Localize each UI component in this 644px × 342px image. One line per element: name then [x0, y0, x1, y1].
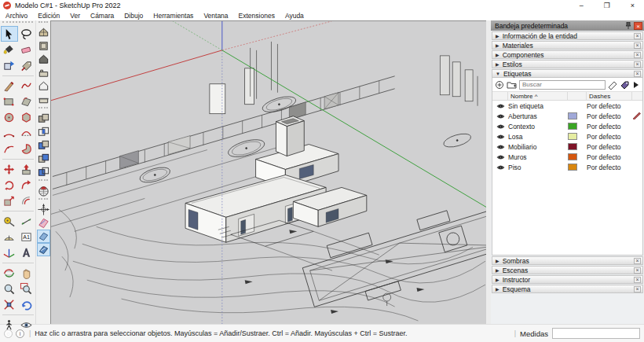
zoom-window-tool-icon[interactable] [18, 281, 35, 296]
section-etiquetas[interactable]: ▼ Etiquetas × [492, 69, 643, 78]
tag-row-losa[interactable]: LosaPor defecto [492, 131, 642, 142]
close-button[interactable]: × [631, 1, 635, 10]
credits-icon[interactable]: i [16, 329, 24, 338]
menu-dibujo[interactable]: Dibujo [124, 12, 143, 20]
tag-dashes-value[interactable]: Por defecto [587, 112, 632, 120]
toolbar-drag-handle[interactable] [38, 21, 48, 25]
toolbar-drag-handle[interactable] [38, 179, 48, 183]
menu-camara[interactable]: Cámara [90, 12, 114, 20]
freehand-tool-icon[interactable] [18, 78, 35, 94]
paint-bucket-tool-icon[interactable] [1, 42, 18, 57]
view-left-icon[interactable] [37, 79, 50, 93]
tag-dashes-value[interactable]: Por defecto [587, 153, 632, 161]
pan-tool-icon[interactable] [18, 265, 35, 281]
visibility-eye-icon[interactable] [492, 164, 508, 171]
tape-measure-tool-icon[interactable] [1, 213, 18, 229]
section-close-icon[interactable]: × [634, 286, 641, 292]
text-tool-icon[interactable]: A1 [18, 229, 35, 245]
section-estilos[interactable]: ▶Estilos× [492, 60, 643, 68]
circle-tool-icon[interactable] [1, 109, 18, 125]
section-plane-icon[interactable] [37, 216, 50, 230]
solid-union-icon[interactable] [37, 138, 50, 152]
eraser-tool-icon[interactable] [18, 42, 35, 57]
pie-tool-icon[interactable] [18, 141, 35, 156]
tag-name[interactable]: Aberturas [508, 112, 568, 120]
three-d-text-tool-icon[interactable] [18, 245, 35, 260]
tag-tool-icon[interactable] [18, 57, 35, 73]
protractor-tool-icon[interactable] [1, 229, 18, 245]
geolocate-icon[interactable]: ◌ [4, 329, 13, 338]
scale-tool-icon[interactable] [1, 193, 18, 208]
tag-row-muros[interactable]: MurosPor defecto [492, 152, 642, 162]
active-tag-pencil-icon[interactable] [632, 111, 642, 121]
tag-name[interactable]: Sin etiqueta [508, 102, 568, 110]
maximize-button[interactable]: ❐ [604, 1, 610, 10]
toolbar-drag-handle[interactable] [38, 107, 48, 111]
tag-color-swatch[interactable] [568, 133, 587, 140]
display-section-planes-icon[interactable] [37, 230, 50, 243]
rectangle-tool-icon[interactable] [1, 94, 18, 109]
section-componentes[interactable]: ▶Componentes× [492, 50, 643, 59]
select-tool-icon[interactable] [1, 26, 18, 42]
solid-outer-shell-icon[interactable] [37, 112, 50, 125]
add-tag-icon[interactable] [495, 80, 504, 90]
tag-row-aberturas[interactable]: AberturasPor defecto [492, 111, 642, 121]
section-close-icon[interactable]: × [634, 71, 641, 77]
dimension-tool-icon[interactable] [18, 213, 35, 229]
pin-icon[interactable] [625, 22, 631, 29]
section-informacion-de-la-entidad[interactable]: ▶Información de la entidad× [492, 31, 643, 40]
visibility-eye-icon[interactable] [492, 154, 508, 160]
follow-me-tool-icon[interactable] [18, 177, 35, 193]
toolbar-drag-handle[interactable] [38, 198, 48, 202]
tag-row-contexto[interactable]: ContextoPor defecto [492, 121, 642, 131]
tag-name[interactable]: Contexto [508, 123, 568, 131]
solid-intersect-icon[interactable] [37, 125, 50, 138]
tag-color-swatch[interactable] [568, 123, 587, 130]
display-section-cuts-icon[interactable] [37, 243, 50, 256]
measurements-input[interactable] [552, 328, 640, 339]
section-close-icon[interactable]: × [634, 52, 641, 58]
visibility-eye-icon[interactable] [492, 113, 508, 120]
pencil-eraser-icon[interactable] [608, 80, 618, 90]
section-close-icon[interactable]: × [634, 33, 641, 39]
lasso-select-tool-icon[interactable] [18, 26, 35, 42]
tag-color-swatch[interactable] [568, 112, 587, 120]
tag-color-swatch[interactable] [568, 164, 587, 171]
model-canvas[interactable] [51, 21, 486, 324]
view-top-icon[interactable] [37, 39, 50, 53]
rotate-tool-icon[interactable] [1, 177, 18, 193]
offset-tool-icon[interactable] [18, 193, 35, 208]
polygon-tool-icon[interactable] [18, 109, 35, 125]
visibility-eye-icon[interactable] [492, 144, 508, 150]
section-materiales[interactable]: ▶Materiales× [492, 41, 643, 50]
tag-search-input[interactable] [519, 80, 606, 90]
tag-dashes-value[interactable]: Por defecto [587, 133, 632, 141]
color-by-tag-icon[interactable] [620, 80, 630, 90]
solid-subtract-icon[interactable] [37, 152, 50, 165]
tag-color-swatch[interactable] [568, 153, 587, 160]
tag-row-mobiliario[interactable]: MobiliarioPor defecto [492, 142, 642, 152]
add-tag-folder-icon[interactable] [507, 80, 517, 90]
minimize-button[interactable]: – [580, 1, 584, 10]
add-location-icon[interactable] [37, 184, 50, 197]
tag-dashes-value[interactable]: Por defecto [587, 102, 632, 110]
section-esquema[interactable]: ▶Esquema× [492, 285, 643, 293]
tray-close-icon[interactable]: × [634, 22, 642, 30]
tag-name[interactable]: Muros [508, 153, 568, 161]
two-point-arc-tool-icon[interactable] [18, 125, 35, 141]
tag-row-piso[interactable]: PisoPor defecto [492, 162, 642, 172]
view-front-icon[interactable] [37, 53, 50, 66]
menu-herramientas[interactable]: Herramientas [153, 12, 193, 20]
tag-row-sin-etiqueta[interactable]: Sin etiquetaPor defecto [492, 101, 642, 111]
section-sombras[interactable]: ▶Sombras× [492, 256, 643, 265]
view-iso-icon[interactable] [37, 26, 50, 39]
menu-ayuda[interactable]: Ayuda [285, 12, 304, 20]
rotated-rectangle-tool-icon[interactable] [18, 94, 35, 109]
tag-name[interactable]: Piso [508, 164, 568, 171]
section-escenas[interactable]: ▶Escenas× [492, 266, 643, 274]
tag-dashes-value[interactable]: Por defecto [587, 123, 632, 131]
make-component-tool-icon[interactable] [1, 57, 18, 73]
solid-trim-icon[interactable] [37, 165, 50, 178]
axes-tool-icon[interactable] [37, 203, 50, 216]
menu-archivo[interactable]: Archivo [5, 12, 27, 20]
